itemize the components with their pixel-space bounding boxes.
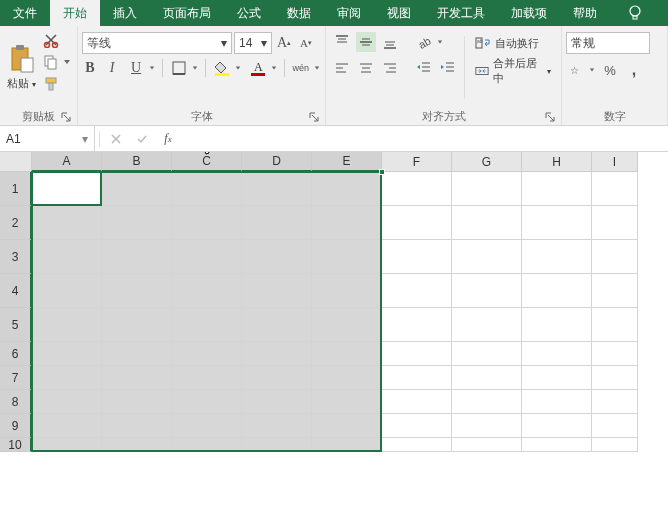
cell[interactable] xyxy=(242,390,312,414)
cell[interactable] xyxy=(172,414,242,438)
row-header[interactable]: 4 xyxy=(0,274,32,308)
align-left-button[interactable] xyxy=(332,58,352,78)
cell[interactable] xyxy=(312,240,382,274)
cell[interactable] xyxy=(32,240,102,274)
tab-2[interactable]: 插入 xyxy=(100,0,150,26)
cell[interactable] xyxy=(102,390,172,414)
cell[interactable] xyxy=(32,274,102,308)
cell[interactable] xyxy=(242,240,312,274)
cell[interactable] xyxy=(382,206,452,240)
orientation-button[interactable]: ab xyxy=(414,32,434,52)
cell[interactable] xyxy=(382,240,452,274)
row-header[interactable]: 1 xyxy=(0,172,32,206)
cell[interactable] xyxy=(312,414,382,438)
cell[interactable] xyxy=(242,172,312,206)
cell[interactable] xyxy=(522,274,592,308)
tab-4[interactable]: 公式 xyxy=(224,0,274,26)
font-color-dropdown[interactable] xyxy=(270,58,278,78)
tab-6[interactable]: 审阅 xyxy=(324,0,374,26)
align-center-button[interactable] xyxy=(356,58,376,78)
comma-button[interactable]: , xyxy=(624,60,644,80)
insert-function-button[interactable]: fx xyxy=(158,129,178,149)
cancel-icon[interactable] xyxy=(106,129,126,149)
cell[interactable] xyxy=(242,366,312,390)
cell[interactable] xyxy=(382,308,452,342)
cell[interactable] xyxy=(382,414,452,438)
cell[interactable] xyxy=(102,342,172,366)
border-dropdown[interactable] xyxy=(191,58,199,78)
cell[interactable] xyxy=(32,172,102,206)
percent-button[interactable]: % xyxy=(600,60,620,80)
row-header[interactable]: 6 xyxy=(0,342,32,366)
cell[interactable] xyxy=(242,414,312,438)
cell[interactable] xyxy=(382,274,452,308)
align-right-button[interactable] xyxy=(380,58,400,78)
col-header[interactable]: B xyxy=(102,152,172,172)
cell[interactable] xyxy=(32,390,102,414)
tab-10[interactable]: 帮助 xyxy=(560,0,610,26)
cell[interactable] xyxy=(522,390,592,414)
decrease-indent-button[interactable] xyxy=(414,58,434,78)
tab-7[interactable]: 视图 xyxy=(374,0,424,26)
cell[interactable] xyxy=(522,438,592,452)
cell[interactable] xyxy=(172,366,242,390)
tab-8[interactable]: 开发工具 xyxy=(424,0,498,26)
name-box[interactable]: A1▾ xyxy=(0,126,95,151)
cell[interactable] xyxy=(592,206,638,240)
cell[interactable] xyxy=(172,390,242,414)
cell[interactable] xyxy=(102,240,172,274)
cell[interactable] xyxy=(452,308,522,342)
italic-button[interactable]: I xyxy=(104,58,120,78)
col-header[interactable]: D xyxy=(242,152,312,172)
cell[interactable] xyxy=(242,274,312,308)
font-name-combo[interactable]: 等线▾ xyxy=(82,32,232,54)
cell[interactable] xyxy=(102,366,172,390)
bold-button[interactable]: B xyxy=(82,58,98,78)
col-header[interactable]: E xyxy=(312,152,382,172)
cell[interactable] xyxy=(102,438,172,452)
tab-3[interactable]: 页面布局 xyxy=(150,0,224,26)
row-header[interactable]: 10 xyxy=(0,438,32,452)
cell[interactable] xyxy=(312,172,382,206)
cell[interactable] xyxy=(32,438,102,452)
cell[interactable] xyxy=(172,206,242,240)
wrap-text-button[interactable]: ab 自动换行 xyxy=(471,32,555,54)
accounting-format-button[interactable]: ☆ xyxy=(566,60,586,80)
format-painter-button[interactable] xyxy=(41,74,61,94)
cell[interactable] xyxy=(172,240,242,274)
cut-button[interactable] xyxy=(41,30,61,50)
tab-9[interactable]: 加载项 xyxy=(498,0,560,26)
phonetic-button[interactable]: wén xyxy=(290,58,311,78)
col-header[interactable]: A xyxy=(32,152,102,172)
cell[interactable] xyxy=(32,414,102,438)
cell[interactable] xyxy=(102,274,172,308)
fill-color-dropdown[interactable] xyxy=(234,58,242,78)
paste-button[interactable]: 粘贴 ▾ xyxy=(4,28,39,107)
cell[interactable] xyxy=(452,274,522,308)
cell[interactable] xyxy=(312,308,382,342)
cell[interactable] xyxy=(592,308,638,342)
cell[interactable] xyxy=(522,172,592,206)
cell[interactable] xyxy=(592,390,638,414)
font-color-button[interactable]: A xyxy=(248,58,268,78)
cell[interactable] xyxy=(102,206,172,240)
cell[interactable] xyxy=(382,342,452,366)
row-header[interactable]: 5 xyxy=(0,308,32,342)
cell[interactable] xyxy=(172,172,242,206)
alignment-dialog-launcher[interactable] xyxy=(545,112,555,122)
row-header[interactable]: 2 xyxy=(0,206,32,240)
font-size-combo[interactable]: 14▾ xyxy=(234,32,272,54)
cell[interactable] xyxy=(102,172,172,206)
col-header[interactable]: F xyxy=(382,152,452,172)
cell[interactable] xyxy=(592,274,638,308)
col-header[interactable]: G xyxy=(452,152,522,172)
cell[interactable] xyxy=(382,438,452,452)
align-middle-button[interactable] xyxy=(356,32,376,52)
cell[interactable] xyxy=(452,172,522,206)
cell[interactable] xyxy=(102,414,172,438)
border-button[interactable] xyxy=(169,58,189,78)
select-all-corner[interactable] xyxy=(0,152,32,172)
underline-dropdown[interactable] xyxy=(148,58,156,78)
cell[interactable] xyxy=(522,308,592,342)
cell[interactable] xyxy=(172,274,242,308)
